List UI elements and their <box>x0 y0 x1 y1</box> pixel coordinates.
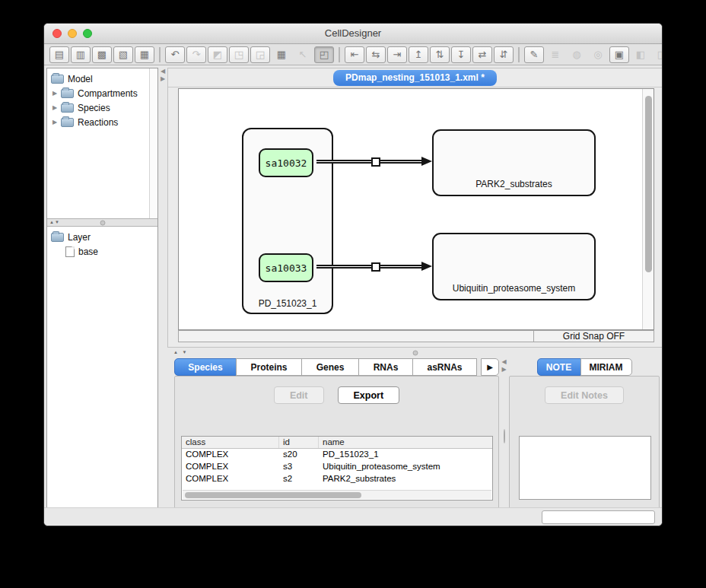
statusbar-field[interactable] <box>542 510 655 524</box>
complex-label: Ubiquitin_proteasome_system <box>434 283 594 294</box>
distribute-vertical-icon[interactable]: ⇵ <box>494 46 514 63</box>
table-horizontal-scrollbar[interactable] <box>183 490 491 499</box>
component-list-icon[interactable]: ≣ <box>545 46 565 63</box>
species-view-icon[interactable]: ◎ <box>588 46 608 63</box>
more-tabs-arrow-icon[interactable]: ▶ <box>481 358 499 376</box>
edit-button[interactable]: Edit <box>274 386 324 404</box>
align-right-icon[interactable]: ⇥ <box>387 46 407 63</box>
tree-item-layer[interactable]: Layer <box>47 230 157 244</box>
align-bottom-icon[interactable]: ↧ <box>451 46 471 63</box>
collapse-right-icon[interactable]: ▶ <box>499 366 509 373</box>
tree-item-species[interactable]: ▶Species <box>47 100 157 115</box>
bottom-panels-splitter[interactable]: ◀ ▶ <box>499 358 509 509</box>
select-pointer-icon[interactable]: ↖ <box>293 46 313 63</box>
document-tab-strip: PDmap_nesting_151013_1.xml * <box>168 68 662 87</box>
redo-icon[interactable]: ↷ <box>186 46 206 63</box>
delete-icon[interactable]: ◩ <box>208 46 227 63</box>
tree-item-compartments[interactable]: ▶Compartments <box>47 86 157 100</box>
canvas-bottom-splitter[interactable]: ▲ ▼ <box>167 348 663 358</box>
reaction-line[interactable] <box>316 160 422 164</box>
toolbar-group-file: ▤▥▩▧▦ <box>49 46 154 63</box>
table-row[interactable]: COMPLEXs2PARK2_substrates <box>182 473 492 485</box>
print-icon[interactable]: ▦ <box>135 46 154 63</box>
grid-snap-icon[interactable]: ▦ <box>272 46 291 63</box>
tree-item-label: Compartments <box>78 88 138 99</box>
species-list-panel: SpeciesProteinsGenesRNAsasRNAs▶ Edit Exp… <box>174 358 499 509</box>
column-header-class[interactable]: class <box>182 437 279 448</box>
document-tab[interactable]: PDmap_nesting_151013_1.xml * <box>333 70 497 86</box>
notes-text-area[interactable] <box>519 436 651 500</box>
distribute-horizontal-icon[interactable]: ⇄ <box>472 46 492 63</box>
tab-species[interactable]: Species <box>174 358 237 376</box>
toolbar-group-view: ✎≣◍◎▣◧◨▰ <box>524 46 663 63</box>
notes-copy-icon[interactable]: ◧ <box>631 46 650 63</box>
expand-triangle-icon[interactable]: ▶ <box>52 104 61 111</box>
bring-front-icon[interactable]: ◳ <box>229 46 249 63</box>
show-id-icon[interactable]: ◰ <box>314 46 334 63</box>
reaction-view-icon[interactable]: ◍ <box>567 46 587 63</box>
close-window-icon[interactable] <box>52 29 62 38</box>
sidebar-canvas-splitter[interactable]: ◀ ▶ <box>158 68 167 509</box>
table-cell: COMPLEX <box>182 461 279 473</box>
tab-note[interactable]: NOTE <box>537 358 581 376</box>
tree-item-reactions[interactable]: ▶Reactions <box>47 115 157 129</box>
open-icon[interactable]: ▥ <box>71 46 91 63</box>
collapse-right-icon[interactable]: ▶ <box>158 75 167 83</box>
minimize-window-icon[interactable] <box>68 29 77 38</box>
expand-triangle-icon[interactable]: ▶ <box>52 90 61 97</box>
align-left-icon[interactable]: ⇤ <box>345 46 364 63</box>
column-header-id[interactable]: id <box>279 437 319 448</box>
zoom-window-icon[interactable] <box>83 29 92 38</box>
paint-tool-icon[interactable]: ✎ <box>524 46 544 63</box>
splitter-arrows-icon[interactable]: ▲ ▼ <box>173 350 189 354</box>
notes-icon[interactable]: ▣ <box>609 46 629 63</box>
splitter-arrows-icon[interactable]: ▲▼ <box>49 220 60 224</box>
complex-node-ubiquitin[interactable]: Ubiquitin_proteasome_system <box>432 233 596 300</box>
reaction-process-node[interactable] <box>371 262 380 272</box>
toolbar-group-edit: ↶↷◩◳◲▦↖◰ <box>165 46 334 63</box>
save-as-icon[interactable]: ▧ <box>113 46 133 63</box>
undo-icon[interactable]: ↶ <box>165 46 185 63</box>
species-node-sa10033[interactable]: sa10033 <box>259 253 313 282</box>
tab-proteins[interactable]: Proteins <box>236 358 302 376</box>
send-back-icon[interactable]: ◲ <box>250 46 270 63</box>
diagram-canvas[interactable]: PD_151023_1 sa10032 sa10033 PARK2_substr… <box>178 88 654 330</box>
collapse-left-icon[interactable]: ◀ <box>499 358 509 366</box>
scrollbar-thumb[interactable] <box>645 96 652 272</box>
align-center-icon[interactable]: ⇆ <box>366 46 386 63</box>
window-status-bar <box>44 507 662 526</box>
tab-rnas[interactable]: RNAs <box>358 358 413 376</box>
tab-asrnas[interactable]: asRNAs <box>412 358 477 376</box>
new-document-icon[interactable]: ▤ <box>49 46 69 63</box>
layer-tree-items: base <box>47 244 157 259</box>
tree-item-model[interactable]: Model <box>47 72 157 86</box>
table-row[interactable]: COMPLEXs3Ubiquitin_proteasome_system <box>182 461 492 473</box>
table-cell: PARK2_substrates <box>319 473 492 485</box>
reaction-line[interactable] <box>316 265 422 269</box>
column-header-name[interactable]: name <box>319 437 492 448</box>
tab-miriam[interactable]: MIRIAM <box>580 358 632 376</box>
tab-genes[interactable]: Genes <box>301 358 359 376</box>
model-tree-scrollbar[interactable] <box>149 68 157 218</box>
tree-item-base[interactable]: base <box>47 244 157 259</box>
table-row[interactable]: COMPLEXs20PD_151023_1 <box>182 449 492 461</box>
scrollbar-thumb[interactable] <box>185 492 361 498</box>
export-button[interactable]: Export <box>338 386 400 404</box>
save-icon[interactable]: ▩ <box>92 46 112 63</box>
canvas-status-row: Grid Snap OFF <box>178 330 654 342</box>
canvas-area: PDmap_nesting_151013_1.xml * PD_151023_1… <box>167 68 663 348</box>
species-panel-tabs: SpeciesProteinsGenesRNAsasRNAs▶ <box>174 358 499 376</box>
navigation-sidebar: Model ▶Compartments▶Species▶Reactions ▲▼… <box>46 68 158 509</box>
canvas-vertical-scrollbar[interactable] <box>642 89 654 329</box>
expand-triangle-icon[interactable]: ▶ <box>52 119 61 126</box>
splitter-dot-icon <box>504 429 505 443</box>
align-top-icon[interactable]: ↥ <box>409 46 428 63</box>
notes-paste-icon[interactable]: ◨ <box>652 46 663 63</box>
edit-notes-button[interactable]: Edit Notes <box>545 386 624 404</box>
reaction-process-node[interactable] <box>371 157 380 167</box>
sidebar-splitter[interactable]: ▲▼ <box>47 218 157 227</box>
species-node-sa10032[interactable]: sa10032 <box>259 148 313 177</box>
collapse-left-icon[interactable]: ◀ <box>158 68 167 75</box>
align-middle-icon[interactable]: ⇅ <box>430 46 450 63</box>
complex-node-park2[interactable]: PARK2_substrates <box>432 129 596 196</box>
